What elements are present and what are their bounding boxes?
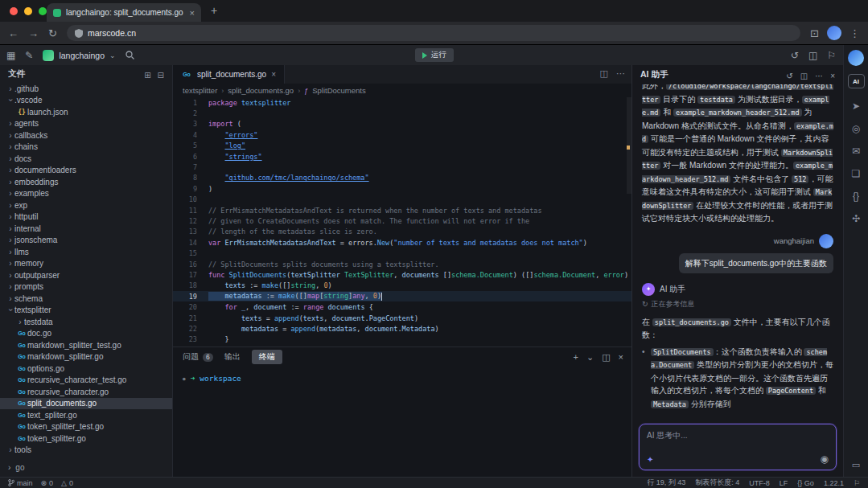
tree-folder[interactable]: ›docs [0, 153, 172, 165]
screen-icon[interactable]: ▭ [852, 460, 860, 470]
site-info-icon[interactable] [75, 29, 83, 38]
errors-indicator[interactable]: ⊗ 0 [41, 479, 54, 487]
code-line[interactable]: 23 } [173, 334, 631, 345]
tree-file[interactable]: Godoc.go [0, 328, 172, 340]
history-icon[interactable]: ↺ [791, 50, 799, 61]
layout-icon[interactable]: ◫ [808, 50, 817, 61]
tree-folder[interactable]: ›jsonschema [0, 235, 172, 247]
close-panel-icon[interactable]: × [619, 352, 623, 362]
code-line[interactable]: 11// ErrMismatchMetadatasAndText is retu… [173, 205, 631, 215]
tree-folder[interactable]: ›textsplitter [0, 305, 172, 317]
code-line[interactable]: 1package textsplitter [173, 97, 631, 108]
panel-tab-问题[interactable]: 问题6 [183, 351, 213, 363]
split-editor-icon[interactable]: ◫ [600, 68, 608, 79]
status-item[interactable]: 行 19, 列 43 [647, 478, 685, 488]
branch-indicator[interactable]: main [8, 479, 33, 487]
tree-folder[interactable]: ›examples [0, 188, 172, 200]
code-line[interactable]: 20 for _, document := range documents { [173, 301, 631, 312]
code-line[interactable]: 14var ErrMismatchMetadatasAndText = erro… [173, 237, 631, 248]
code-line[interactable]: 12// given to CreateDocuments does not m… [173, 215, 631, 226]
tree-file[interactable]: Gomarkdown_splitter.go [0, 351, 172, 363]
pointer-icon[interactable]: ➤ [852, 101, 860, 111]
app-grid-icon[interactable]: ▦ [6, 50, 15, 61]
code-line[interactable]: 21 texts = append(texts, document.PageCo… [173, 313, 631, 323]
open-in-editor-icon[interactable]: ◫ [800, 72, 808, 80]
tree-folder[interactable]: ›outputparser [0, 269, 172, 281]
split-panel-icon[interactable]: ◫ [602, 352, 610, 363]
code-line[interactable]: 17func SplitDocuments(textSplitter TextS… [173, 269, 631, 280]
tree-file[interactable]: Gotoken_splitter_test.go [0, 421, 172, 433]
close-window-icon[interactable] [10, 7, 18, 15]
code-line[interactable]: 5 "log" [173, 141, 631, 151]
new-tab-icon[interactable]: + [211, 4, 217, 17]
breadcrumb-item[interactable]: split_documents.go [228, 86, 294, 95]
reload-icon[interactable]: ↻ [48, 28, 57, 39]
new-file-icon[interactable]: ⊞ [144, 71, 150, 80]
terminal[interactable]: ● ➜ workspace [173, 367, 631, 390]
panel-tab-终端[interactable]: 终端 [252, 350, 282, 364]
status-item[interactable]: 1.22.1 [824, 479, 844, 487]
code-line[interactable]: 15 [173, 248, 631, 258]
code-line[interactable]: 10 [173, 195, 631, 205]
tree-folder[interactable]: ›tools [0, 445, 172, 457]
status-item[interactable]: 制表符长度: 4 [695, 478, 739, 488]
stop-generating-icon[interactable]: ◉ [821, 453, 829, 465]
tree-folder[interactable]: ›exp [0, 199, 172, 211]
lab-icon[interactable]: ✣ [852, 214, 860, 223]
tree-folder[interactable]: ›schema [0, 293, 172, 305]
code-line[interactable]: 18 texts := make([]string, 0) [173, 281, 631, 291]
user-avatar[interactable] [848, 50, 864, 66]
close-tab-icon[interactable]: × [190, 8, 195, 18]
code-line[interactable]: 13// length of the metadatas slice is ze… [173, 227, 631, 237]
search-icon[interactable] [125, 51, 134, 59]
code-line[interactable]: 9) [173, 183, 631, 194]
forward-icon[interactable]: → [28, 28, 39, 39]
warnings-indicator[interactable]: △ 0 [61, 479, 73, 487]
code-line[interactable]: 6 "strings" [173, 151, 631, 162]
tree-folder[interactable]: ›llms [0, 246, 172, 258]
collapse-all-icon[interactable]: ⊟ [158, 71, 164, 80]
tree-file[interactable]: Gotoken_splitter.go [0, 433, 172, 445]
ai-input[interactable]: AI 思考中... ✦ ◉ [639, 424, 837, 470]
run-button[interactable]: 运行 [415, 48, 454, 62]
tree-file[interactable]: Gomarkdown_splitter_test.go [0, 339, 172, 351]
tree-folder[interactable]: ›.github [0, 83, 172, 95]
tree-folder[interactable]: ›testdata [0, 316, 172, 328]
chat-icon[interactable]: ✉ [852, 146, 860, 156]
editor-tab[interactable]: Go split_documents.go × [173, 65, 285, 84]
status-item[interactable]: {} Go [797, 479, 814, 487]
address-bar[interactable]: marscode.cn [67, 25, 800, 41]
more-icon[interactable]: ⋯ [815, 72, 823, 80]
code-line[interactable]: 2 [173, 108, 631, 118]
code-editor[interactable]: 1package textsplitter23import (4 "errors… [173, 97, 631, 347]
terminal-dropdown-icon[interactable]: ⌄ [586, 352, 594, 363]
code-line[interactable]: 22 metadatas = append(metadatas, documen… [173, 323, 631, 334]
tree-folder[interactable]: ›prompts [0, 281, 172, 293]
ai-assistant-badge[interactable]: AI [848, 74, 865, 88]
user-question[interactable]: 解释下split_documents.go中的主要函数 [679, 253, 833, 274]
history-icon[interactable]: ↺ [786, 72, 792, 80]
tree-file[interactable]: Gooptions.go [0, 363, 172, 375]
docs-icon[interactable]: ❏ [852, 169, 861, 178]
tree-file[interactable]: Gotext_spliter.go [0, 409, 172, 421]
close-icon[interactable]: × [830, 72, 835, 80]
code-line[interactable]: 8 "github.com/tmc/langchaingo/schema" [173, 173, 631, 183]
minimize-window-icon[interactable] [24, 7, 32, 15]
maximize-window-icon[interactable] [39, 7, 47, 15]
explorer-footer[interactable]: › go [8, 463, 24, 472]
tree-folder[interactable]: ›chains [0, 141, 172, 154]
tree-folder[interactable]: ›documentloaders [0, 165, 172, 177]
debug-icon[interactable]: ◎ [852, 124, 860, 133]
tree-file[interactable]: Gorecursive_character.go [0, 386, 172, 398]
notifications-icon[interactable]: ⚐ [827, 50, 836, 61]
browser-menu-icon[interactable]: ⋮ [849, 28, 860, 39]
code-line[interactable]: 4 "errors" [173, 129, 631, 140]
breadcrumb-item[interactable]: SplitDocuments [312, 86, 366, 95]
extensions-icon[interactable]: ⊡ [810, 28, 819, 39]
tree-folder[interactable]: ›agents [0, 118, 172, 130]
tree-file[interactable]: {}launch.json [0, 106, 172, 118]
tree-folder[interactable]: ›internal [0, 223, 172, 235]
close-tab-icon[interactable]: × [271, 70, 276, 79]
code-line[interactable]: 3import ( [173, 119, 631, 129]
panel-tab-输出[interactable]: 输出 [224, 351, 241, 363]
